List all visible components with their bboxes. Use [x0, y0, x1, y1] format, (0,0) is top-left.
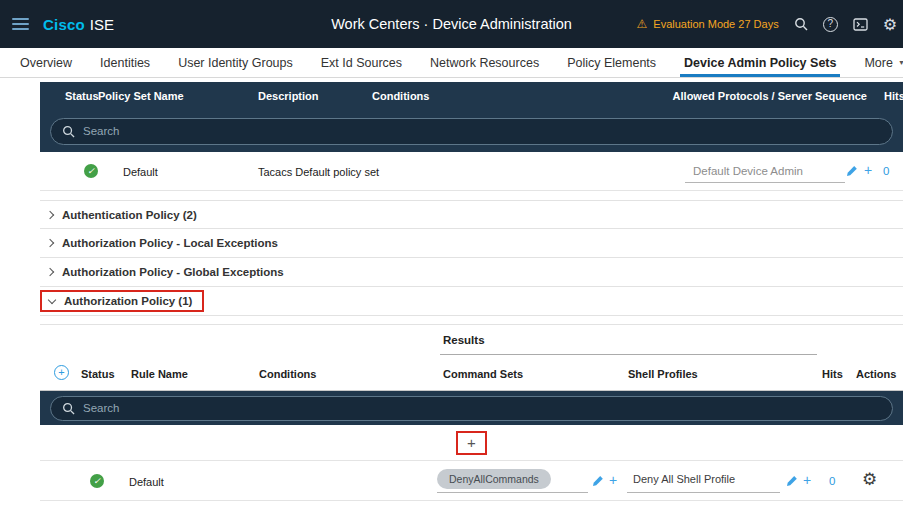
annotation-highlight-box: Authorization Policy (1) [40, 290, 204, 312]
column-hits: Hits [822, 368, 843, 380]
hits-count[interactable]: 0 [829, 475, 835, 487]
tab-device-admin-policy-sets[interactable]: Device Admin Policy Sets [670, 48, 850, 77]
column-status: Status [65, 90, 99, 102]
edit-icon[interactable] [786, 475, 798, 487]
workcenter-tabs: Overview Identities User Identity Groups… [0, 48, 903, 78]
add-rule-circle-icon[interactable]: + [54, 365, 69, 380]
evaluation-mode-badge[interactable]: ⚠ Evaluation Mode 27 Days [637, 18, 779, 30]
page-title: Work Centers · Device Administration [331, 16, 572, 32]
results-group-header: Results [40, 325, 903, 355]
column-description: Description [258, 90, 319, 102]
column-status: Status [81, 368, 115, 380]
section-label: Authorization Policy - Global Exceptions [62, 266, 284, 278]
tab-label: User Identity Groups [178, 56, 293, 70]
tab-identities[interactable]: Identities [86, 48, 164, 77]
add-icon[interactable]: + [803, 473, 811, 487]
cisco-ise-window: Cisco ISE Work Centers · Device Administ… [0, 0, 903, 507]
section-authorization-policy[interactable]: Authorization Policy (1) [40, 287, 903, 316]
help-icon[interactable]: ? [823, 17, 838, 32]
section-authentication-policy[interactable]: Authentication Policy (2) [40, 200, 903, 229]
tab-user-identity-groups[interactable]: User Identity Groups [164, 48, 307, 77]
section-authorization-global-exceptions[interactable]: Authorization Policy - Global Exceptions [40, 258, 903, 287]
section-label: Authorization Policy (1) [64, 295, 192, 307]
policy-sets-content: Status Policy Set Name Description Condi… [40, 78, 903, 501]
tab-label: Identities [100, 56, 150, 70]
gear-icon[interactable]: ⚙ [862, 471, 877, 488]
gear-icon[interactable]: ⚙ [883, 15, 897, 34]
tab-label: Overview [20, 56, 72, 70]
rule-name[interactable]: Default [129, 476, 164, 488]
add-rule-button[interactable]: + [467, 434, 476, 452]
authorization-rule-row[interactable]: ✓ Default DenyAllCommands + Deny All She… [40, 461, 903, 501]
edit-icon[interactable] [592, 475, 604, 487]
column-rule-name: Rule Name [131, 368, 188, 380]
tab-label: More [864, 56, 892, 70]
status-enabled-icon: ✓ [84, 164, 98, 178]
chevron-right-icon [46, 239, 54, 247]
brand-product-text: ISE [90, 16, 114, 33]
add-rule-row: + [40, 425, 903, 461]
policy-sections: Authentication Policy (2) Authorization … [40, 200, 903, 316]
tab-policy-elements[interactable]: Policy Elements [553, 48, 670, 77]
policy-sets-search-row [40, 110, 903, 152]
topbar-actions: ⚠ Evaluation Mode 27 Days ? ⚙ [637, 15, 893, 34]
add-icon[interactable]: + [864, 163, 872, 177]
tab-label: Device Admin Policy Sets [684, 56, 836, 70]
authorization-table-header: + Status Rule Name Conditions Command Se… [40, 355, 903, 391]
tab-label: Network Resources [430, 56, 539, 70]
console-icon[interactable] [853, 18, 868, 31]
menu-icon[interactable] [12, 18, 29, 30]
check-icon: ✓ [87, 167, 95, 176]
policy-sets-table-header: Status Policy Set Name Description Condi… [40, 82, 903, 110]
top-bar: Cisco ISE Work Centers · Device Administ… [0, 0, 903, 48]
chevron-down-icon [48, 295, 56, 303]
warning-icon: ⚠ [637, 18, 648, 30]
column-hits: Hits [884, 90, 903, 102]
tab-overview[interactable]: Overview [6, 48, 86, 77]
column-command-sets: Command Sets [443, 368, 523, 380]
status-enabled-icon: ✓ [90, 474, 104, 488]
policy-set-name[interactable]: Default [123, 166, 158, 178]
shell-profile-select[interactable]: Deny All Shell Profile [627, 468, 780, 493]
column-allowed-protocols: Allowed Protocols / Server Sequence [673, 90, 867, 102]
command-sets-select[interactable]: DenyAllCommands [437, 468, 588, 493]
check-icon: ✓ [93, 477, 101, 486]
evaluation-mode-label: Evaluation Mode 27 Days [653, 18, 778, 30]
policy-set-description: Tacacs Default policy set [258, 166, 379, 178]
authorization-policy-table: Results + Status Rule Name Conditions Co… [40, 324, 903, 501]
hits-count[interactable]: 0 [883, 165, 889, 177]
edit-icon[interactable] [846, 165, 858, 177]
tab-label: Policy Elements [567, 56, 656, 70]
column-actions: Actions [856, 368, 896, 380]
chevron-down-icon: ▼ [898, 59, 903, 66]
authorization-search-row [40, 391, 903, 425]
policy-sets-search-input[interactable] [50, 118, 893, 145]
allowed-protocols-select[interactable]: Default Device Admin [685, 160, 845, 183]
column-conditions: Conditions [372, 90, 429, 102]
section-authorization-local-exceptions[interactable]: Authorization Policy - Local Exceptions [40, 229, 903, 258]
search-icon [62, 125, 75, 138]
column-policy-set-name: Policy Set Name [98, 90, 184, 102]
tab-label: Ext Id Sources [321, 56, 402, 70]
search-icon [62, 402, 75, 415]
tab-network-resources[interactable]: Network Resources [416, 48, 553, 77]
brand-logo[interactable]: Cisco ISE [43, 16, 114, 33]
policy-set-row[interactable]: ✓ Default Tacacs Default policy set Defa… [40, 152, 903, 191]
authorization-search-input[interactable] [50, 396, 893, 421]
add-icon[interactable]: + [609, 473, 617, 487]
annotation-highlight-box: + [456, 431, 487, 455]
section-label: Authentication Policy (2) [62, 209, 197, 221]
results-label: Results [443, 334, 485, 346]
column-shell-profiles: Shell Profiles [628, 368, 698, 380]
chevron-right-icon [46, 210, 54, 218]
section-label: Authorization Policy - Local Exceptions [62, 237, 278, 249]
search-icon[interactable] [794, 17, 808, 31]
tab-more[interactable]: More▼ [850, 48, 903, 77]
command-set-chip[interactable]: DenyAllCommands [437, 469, 551, 489]
chevron-right-icon [46, 268, 54, 276]
brand-cisco-text: Cisco [43, 16, 85, 33]
column-conditions: Conditions [259, 368, 316, 380]
tab-ext-id-sources[interactable]: Ext Id Sources [307, 48, 416, 77]
